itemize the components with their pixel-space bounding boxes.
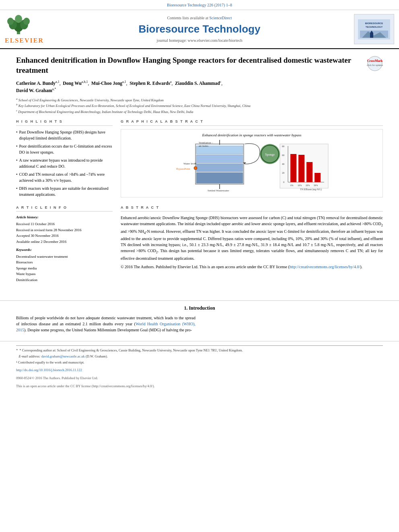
article-footer: * * Corresponding author at: School of C… (0, 341, 399, 393)
svg-rect-20 (196, 164, 243, 172)
highlight-2: Poor denitrification occurs due to C-lim… (16, 143, 113, 155)
cc-license-link[interactable]: http://creativecommons.org/licenses/by/4… (290, 265, 360, 269)
email-link[interactable]: david.graham@newcastle.ac.uk (41, 354, 85, 358)
highlight-2-text: Poor denitrification occurs due to C-lim… (19, 143, 113, 155)
highlight-5-text: DHS reactors with bypass are suitable fo… (19, 185, 113, 197)
highlight-3-text: A raw wastewater bypass was introduced t… (19, 157, 113, 169)
doi-line: http://dx.doi.org/10.1016/j.biortech.201… (16, 368, 383, 373)
svg-point-26 (194, 166, 197, 170)
svg-text:BypassPoint: BypassPoint (176, 167, 190, 170)
abstract-paragraph: Enhanced aerobic/anoxic Downflow Hanging… (121, 215, 383, 261)
svg-text:0: 0 (283, 181, 284, 183)
graphical-abstract-col: G R A P H I C A L A B S T R A C T Enhanc… (121, 119, 383, 199)
contents-line: Contents lists available at ScienceDirec… (53, 15, 346, 21)
footer-line (16, 345, 383, 346)
introduction-area: 1. Introduction Billions of people world… (0, 305, 399, 333)
highlight-4: COD and TN removal rates of >84% and ~74… (16, 171, 113, 183)
keywords-list: Decentralised wastewater treatment Biore… (16, 254, 113, 283)
svg-text:10%: 10% (298, 184, 302, 187)
author-1-sup: a,1 (56, 80, 60, 84)
elsevier-logo: ELSEVIER (5, 13, 53, 45)
journal-homepage: journal homepage: www.elsevier.com/locat… (53, 38, 346, 43)
article-area: Enhanced denitrification in Downflow Han… (0, 49, 399, 296)
elsevier-tree-icon (5, 13, 33, 35)
svg-text:air holes: air holes (199, 144, 208, 148)
svg-text:Sponge: Sponge (265, 153, 275, 156)
svg-text:40: 40 (282, 163, 284, 165)
svg-text:0%: 0% (290, 184, 294, 187)
received-date: Received 11 October 2016 (16, 222, 113, 227)
author-6-sup: a,* (52, 87, 56, 91)
license-text: This is an open access article under the… (16, 384, 155, 388)
highlights-list: Past Downflow Hanging Sponge (DHS) desig… (16, 129, 113, 197)
crossmark-badge[interactable]: CrossMark click for updates (367, 55, 383, 72)
journal-logo-box: BIORESOURCE TECHNOLOGY (354, 14, 394, 44)
equal-contrib-note: ¹ Contributed equally to the work and ma… (16, 360, 383, 365)
introduction-columns: Billions of people worldwide do not have… (16, 315, 383, 333)
corresponding-note: * * Corresponding author at: School of C… (16, 348, 383, 353)
who-link[interactable]: World Health Organisation (WHO), 2015 (16, 322, 195, 332)
author-1: Catherine A. Bundy (16, 81, 56, 86)
email-note: E-mail address: david.graham@newcastle.a… (16, 354, 383, 359)
article-title-section: Enhanced denitrification in Downflow Han… (16, 55, 383, 75)
issn-line: 0960-8524/© 2016 The Authors. Published … (16, 376, 383, 381)
svg-rect-21 (196, 173, 243, 183)
graphical-abstract-diagram: Ventilation – air holes Water level Bypa… (124, 140, 379, 192)
ga-title: Enhanced denitrification in sponge react… (124, 133, 379, 138)
authors-line: Catherine A. Bundya,1, Dong Wua,b,1, Mui… (16, 80, 383, 94)
journal-header-center: Contents lists available at ScienceDirec… (53, 15, 346, 43)
page: Bioresource Technology 226 (2017) 1–8 EL… (0, 0, 399, 532)
svg-text:Settled Wastewater: Settled Wastewater (208, 189, 229, 192)
article-info-header: A R T I C L E I N F O (16, 205, 113, 212)
elsevier-label: ELSEVIER (5, 36, 44, 45)
keyword-1: Decentralised wastewater treatment (16, 254, 113, 259)
svg-rect-19 (196, 155, 243, 163)
journal-top-bar: Bioresource Technology 226 (2017) 1–8 (0, 0, 399, 10)
svg-rect-35 (290, 154, 296, 182)
doi-link[interactable]: http://dx.doi.org/10.1016/j.biortech.201… (16, 368, 82, 372)
highlights-header: H I G H L I G H T S (16, 119, 113, 126)
highlight-4-text: COD and TN removal rates of >84% and ~74… (19, 171, 113, 183)
svg-text:TN Effluent (mg-N/L): TN Effluent (mg-N/L) (300, 188, 322, 191)
author-2: Dong Wu (63, 81, 82, 86)
intro-col-left: Billions of people worldwide do not have… (16, 315, 195, 333)
corresponding-text: * Corresponding author at: School of Civ… (19, 348, 243, 353)
svg-rect-38 (315, 173, 321, 182)
author-4-sup: a (170, 80, 172, 84)
svg-point-5 (23, 18, 30, 25)
svg-text:Ventilation –: Ventilation – (199, 141, 213, 144)
highlight-1: Past Downflow Hanging Sponge (DHS) desig… (16, 129, 113, 141)
sciencedirect-link[interactable]: ScienceDirect (209, 16, 232, 20)
svg-text:CrossMark: CrossMark (367, 59, 383, 63)
intro-col-right (204, 315, 383, 333)
keyword-2: Bioreactors (16, 259, 113, 265)
info-abstract-row: A R T I C L E I N F O Article history: R… (16, 205, 383, 283)
svg-rect-12 (370, 33, 373, 38)
author-4: Stephen R. Edwards (130, 81, 170, 86)
svg-rect-37 (306, 162, 313, 182)
intro-number: 1. (184, 305, 187, 311)
svg-point-4 (7, 18, 14, 25)
keyword-4: Waste bypass (16, 271, 113, 277)
highlights-graphical-row: H I G H L I G H T S Past Downflow Hangin… (16, 119, 383, 199)
highlight-5: DHS reactors with bypass are suitable fo… (16, 185, 113, 197)
svg-text:BIORESOURCE: BIORESOURCE (365, 22, 383, 25)
author-3: Mui-Choo Jong (91, 81, 122, 86)
abstract-text: Enhanced aerobic/anoxic Downflow Hanging… (121, 215, 383, 269)
keyword-5: Denitrification (16, 277, 113, 283)
highlight-1-text: Past Downflow Hanging Sponge (DHS) desig… (19, 129, 113, 141)
license-line: This is an open access article under the… (16, 384, 383, 389)
graphical-abstract-box: Enhanced denitrification in sponge react… (121, 129, 383, 197)
svg-rect-36 (298, 155, 304, 182)
author-5-sup: c (220, 80, 222, 84)
accepted-date: Accepted 30 November 2016 (16, 233, 113, 238)
author-6: David W. Graham (16, 88, 52, 93)
highlight-3: A raw wastewater bypass was introduced t… (16, 157, 113, 169)
svg-text:20: 20 (282, 172, 284, 174)
abstract-col: A B S T R A C T Enhanced aerobic/anoxic … (121, 205, 383, 283)
svg-text:TECHNOLOGY: TECHNOLOGY (366, 26, 383, 28)
author-2-sup: a,b,1 (82, 80, 88, 84)
article-title: Enhanced denitrification in Downflow Han… (16, 55, 363, 75)
intro-heading: Introduction (189, 305, 215, 311)
abstract-header: A B S T R A C T (121, 205, 383, 212)
